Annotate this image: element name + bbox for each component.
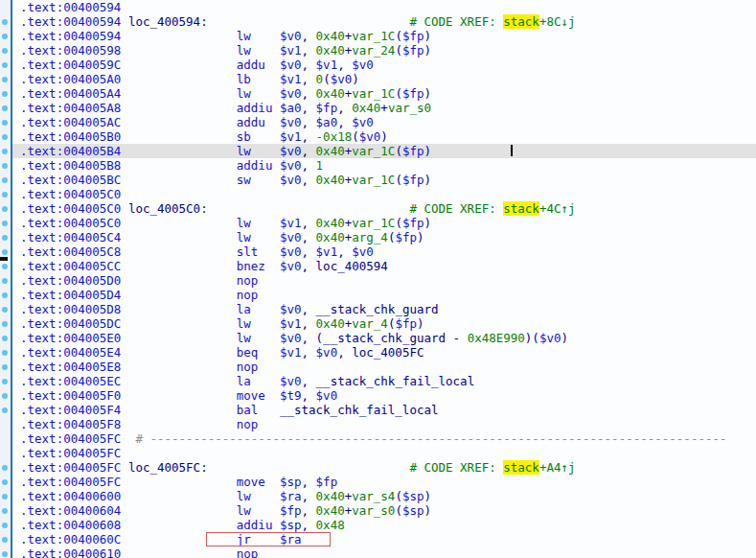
operand-token: $v0 [359, 129, 381, 144]
asm-line[interactable]: .text:004005FC loc_4005FC: # CODE XREF: … [12, 460, 756, 475]
xref-highlight: stack [503, 201, 539, 216]
asm-line[interactable]: .text:004005B8 addiu $v0, 1 [12, 158, 756, 173]
line-address: .text:004005BC [20, 173, 121, 187]
asm-line[interactable]: .text:004005BC sw $v0, 0x40+var_1C($fp) [12, 173, 756, 187]
asm-line[interactable]: .text:004005E4 beq $v1, $v0, loc_4005FC [12, 345, 756, 360]
mnemonic: nop [237, 288, 259, 302]
xref-highlight: stack [503, 460, 539, 475]
mnemonic: nop [237, 360, 259, 374]
asm-line[interactable]: .text:004005DC lw $v1, 0x40+var_4($fp) [12, 316, 756, 331]
operand-token: , [302, 58, 316, 72]
line-address: .text:00400594 [20, 29, 121, 43]
operand-token: ( [395, 86, 402, 101]
line-address: .text:004005D0 [20, 273, 121, 288]
asm-line[interactable]: .text:004005C4 lw $v0, 0x40+arg_4($fp) [12, 230, 756, 244]
operand-token: var_s0 [388, 101, 431, 115]
asm-line-current[interactable]: .text:004005B4 lw $v0, 0x40+var_1C($fp) [12, 144, 756, 158]
mnemonic: addu [237, 115, 265, 129]
line-address: .text:004005F0 [20, 388, 121, 403]
operand-token: $v0 [280, 259, 302, 273]
asm-line[interactable]: .text:004005FC move $sp, $fp [12, 475, 756, 489]
nav-dot-icon [2, 105, 8, 111]
asm-line[interactable]: .text:004005D4 nop [12, 288, 756, 302]
operand-token: , [302, 216, 316, 230]
mnemonic: lw [237, 503, 251, 518]
asm-line[interactable]: .text:004005C8 slt $v0, $v1, $v0 [12, 244, 756, 259]
line-address: .text:004005F8 [20, 417, 121, 431]
line-address: .text:004005B4 [20, 144, 121, 158]
operand-token: , [302, 475, 316, 489]
operand-token: , [302, 489, 316, 503]
asm-line[interactable]: .text:004005A4 lw $v0, 0x40+var_1C($fp) [12, 86, 756, 101]
asm-line[interactable]: .text:004005D8 la $v0, __stack_chk_guard [12, 302, 756, 316]
line-address: .text:004005B0 [20, 129, 121, 144]
asm-line[interactable]: .text:0040060C jr $ra [12, 532, 756, 546]
mnemonic: sw [237, 173, 251, 187]
operand-token: var_1C [352, 144, 395, 158]
operand-token: $v0 [331, 72, 353, 86]
operand-token: $v1 [316, 58, 338, 72]
nav-dot-icon [2, 134, 8, 140]
asm-line[interactable]: .text:00400608 addiu $sp, 0x48 [12, 518, 756, 532]
asm-line[interactable]: .text:004005D0 nop [12, 273, 756, 288]
asm-line[interactable]: .text:004005F8 nop [12, 417, 756, 431]
asm-line[interactable]: .text:004005C0 loc_4005C0: # CODE XREF: … [12, 201, 756, 216]
asm-line[interactable]: .text:00400594 lw $v0, 0x40+var_1C($fp) [12, 29, 756, 43]
nav-dot-icon [2, 321, 8, 327]
line-address: .text:00400604 [20, 503, 121, 518]
asm-line[interactable]: .text:004005FC [12, 446, 756, 460]
asm-line[interactable]: .text:004005F4 bal __stack_chk_fail_loca… [12, 403, 756, 417]
asm-line[interactable]: .text:004005A0 lb $v1, 0($v0) [12, 72, 756, 86]
operand-token: $v0 [352, 58, 374, 72]
asm-line[interactable]: .text:00400594 loc_400594: # CODE XREF: … [12, 14, 756, 29]
operand-token: 0x48E990 [468, 331, 525, 345]
asm-line[interactable]: .text:004005E0 lw $v0, (__stack_chk_guar… [12, 331, 756, 345]
operand-token: , [302, 173, 316, 187]
separator-comment: # --------------------------------------… [135, 431, 726, 446]
asm-line[interactable]: .text:004005F0 move $t9, $v0 [12, 388, 756, 403]
operand-token: ( [395, 503, 402, 518]
line-address: .text:004005E8 [20, 360, 121, 374]
operand-token: $v1 [280, 345, 302, 360]
operand-token: , [302, 86, 316, 101]
operand-token: ) [417, 230, 424, 244]
operand-token: $v0 [316, 388, 338, 403]
asm-line[interactable]: .text:00400600 lw $ra, 0x40+var_s4($sp) [12, 489, 756, 503]
asm-line[interactable]: .text:004005C0 [12, 187, 756, 201]
asm-line[interactable]: .text:004005FC # -----------------------… [12, 431, 756, 446]
asm-line[interactable]: .text:004005AC addu $v0, $a0, $v0 [12, 115, 756, 129]
asm-line[interactable]: .text:004005CC bnez $v0, loc_400594 [12, 259, 756, 273]
line-address: .text:00400600 [20, 489, 121, 503]
operand-token: var_1C [352, 29, 395, 43]
asm-line[interactable]: .text:004005B0 sb $v1, -0x18($v0) [12, 129, 756, 144]
operand-token: , [302, 345, 316, 360]
nav-dot-icon [2, 163, 8, 169]
nav-dot-icon [2, 62, 8, 68]
operand-token: )( [525, 331, 539, 345]
operand-token: $v0 [316, 345, 338, 360]
asm-line[interactable]: .text:00400604 lw $fp, 0x40+var_s0($sp) [12, 503, 756, 518]
asm-line[interactable]: .text:004005C0 lw $v1, 0x40+var_1C($fp) [12, 216, 756, 230]
operand-token: var_24 [352, 43, 395, 58]
operand-token: , [337, 244, 352, 259]
asm-line[interactable]: .text:00400598 lw $v1, 0x40+var_24($fp) [12, 43, 756, 58]
operand-token: ) [424, 43, 432, 58]
operand-token: , [302, 259, 316, 273]
asm-line[interactable]: .text:00400610 nop [12, 546, 756, 558]
operand-token: $v1 [280, 316, 302, 331]
operand-token: $v0 [352, 115, 374, 129]
asm-line[interactable]: .text:004005A8 addiu $a0, $fp, 0x40+var_… [12, 101, 756, 115]
text-cursor [511, 145, 513, 156]
code-lines: .text:00400594.text:00400594 loc_400594:… [12, 0, 756, 558]
asm-line[interactable]: .text:004005EC la $v0, __stack_chk_fail_… [12, 374, 756, 388]
operand-token: , ( [302, 331, 324, 345]
mnemonic: nop [237, 417, 259, 431]
nav-dot-icon [2, 206, 8, 212]
operand-token: 0x40 [316, 489, 345, 503]
asm-line[interactable]: .text:004005E8 nop [12, 360, 756, 374]
nav-dot-icon [2, 235, 8, 241]
asm-line[interactable]: .text:0040059C addu $v0, $v1, $v0 [12, 58, 756, 72]
navigation-gutter[interactable] [0, 0, 11, 558]
operand-token: arg_4 [352, 230, 388, 244]
asm-line[interactable]: .text:00400594 [12, 0, 756, 14]
